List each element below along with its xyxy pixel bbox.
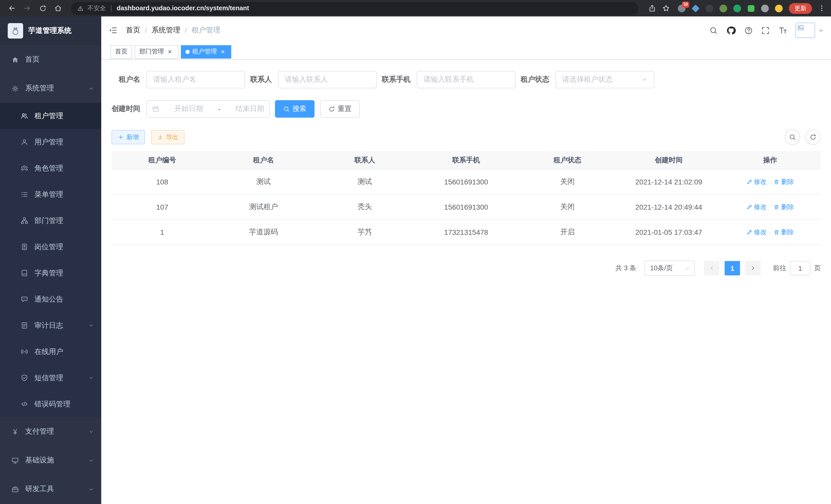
delete-label: 删除 <box>781 228 794 237</box>
reload-icon <box>39 4 47 12</box>
help-icon[interactable] <box>744 26 753 35</box>
extension-shape <box>775 4 783 12</box>
filter-phone: 联系手机 请输入联系手机 <box>382 71 515 88</box>
sidebar-toggle-button[interactable] <box>101 17 125 44</box>
extension-icon-6[interactable] <box>747 4 755 12</box>
sidebar-item-pay[interactable]: 支付管理 <box>0 417 101 446</box>
security-label[interactable]: 不安全 <box>87 4 106 12</box>
browser-reload-button[interactable] <box>36 2 49 15</box>
chevron-down-icon <box>88 323 94 328</box>
bookmark-star-icon[interactable] <box>662 4 670 12</box>
extensions-area: 10 <box>677 4 783 12</box>
sidebar-item-role[interactable]: 角色管理 <box>0 155 101 181</box>
delete-link[interactable]: 删除 <box>773 178 794 186</box>
breadcrumb-item-1[interactable]: 系统管理 <box>152 26 180 35</box>
user-avatar[interactable] <box>796 23 815 38</box>
select-caret-icon <box>641 77 648 83</box>
sidebar-item-user[interactable]: 用户管理 <box>0 129 101 155</box>
extension-icon-2[interactable] <box>691 4 700 12</box>
extension-icon-8[interactable] <box>774 4 783 12</box>
prev-page-button[interactable] <box>704 261 719 275</box>
status-select[interactable]: 请选择租户状态 <box>555 71 654 88</box>
sidebar-item-dept[interactable]: 部门管理 <box>0 208 101 234</box>
github-icon[interactable] <box>726 25 736 35</box>
breadcrumb-item-2: 租户管理 <box>192 26 221 35</box>
add-button[interactable]: 新增 <box>112 130 145 144</box>
phone-input[interactable]: 请输入联系手机 <box>417 71 515 88</box>
edit-link[interactable]: 修改 <box>746 228 767 237</box>
sidebar-item-label: 错误码管理 <box>34 399 70 409</box>
refresh-table-button[interactable] <box>805 129 821 145</box>
extension-icon-7[interactable] <box>761 4 769 12</box>
sidebar-item-home[interactable]: 首页 <box>0 45 101 74</box>
share-icon[interactable] <box>648 4 656 12</box>
browser-home-button[interactable] <box>51 2 65 15</box>
browser-toolbar: 不安全 dashboard.yudao.iocoder.cn/system/te… <box>0 0 831 17</box>
page-number-1[interactable]: 1 <box>725 261 740 275</box>
extension-icon-5[interactable] <box>733 4 742 12</box>
cell-phone: 17321315478 <box>416 220 517 244</box>
delete-link[interactable]: 删除 <box>773 228 794 237</box>
browser-forward-button[interactable] <box>21 2 34 15</box>
sidebar-item-error-code[interactable]: 错误码管理 <box>0 391 101 417</box>
search-button[interactable]: 搜索 <box>275 100 315 118</box>
sidebar-item-dev-tool[interactable]: 研发工具 <box>0 475 101 503</box>
sidebar-item-sms[interactable]: 短信管理 <box>0 365 101 391</box>
app-logo[interactable]: 芋道管理系统 <box>0 17 101 45</box>
contact-input[interactable]: 请输入联系人 <box>278 71 377 88</box>
sidebar-item-online-user[interactable]: 在线用户 <box>0 338 101 365</box>
chevron-right-icon <box>750 265 756 271</box>
reset-button[interactable]: 重置 <box>320 100 360 118</box>
export-button-label: 导出 <box>166 133 178 142</box>
sidebar-item-system[interactable]: 系统管理 <box>0 74 101 103</box>
browser-menu-icon[interactable] <box>818 4 826 12</box>
sidebar-item-dict[interactable]: 字典管理 <box>0 260 101 286</box>
tab-label: 租户管理 <box>192 47 217 56</box>
row-actions: 修改删除 <box>719 170 821 194</box>
tab-tenant[interactable]: 租户管理× <box>181 45 231 58</box>
forward-icon <box>23 4 31 12</box>
sidebar-item-post[interactable]: 岗位管理 <box>0 234 101 260</box>
contact-placeholder: 请输入联系人 <box>285 75 328 84</box>
sidebar-item-tenant[interactable]: 租户管理 <box>0 103 101 129</box>
tab-close-icon[interactable]: × <box>219 48 227 56</box>
tab-dept[interactable]: 部门管理× <box>135 45 178 58</box>
fullscreen-icon[interactable] <box>761 26 770 35</box>
breadcrumb-item-0[interactable]: 首页 <box>126 26 140 35</box>
user-menu-caret-icon[interactable] <box>818 28 824 33</box>
sidebar-item-notice[interactable]: 通知公告 <box>0 286 101 313</box>
browser-update-button[interactable]: 更新 <box>789 3 812 13</box>
extension-icon-4[interactable] <box>719 4 728 12</box>
tab-close-icon[interactable]: × <box>166 48 174 56</box>
search-button-icon <box>283 106 290 112</box>
sidebar-menu: 首页系统管理租户管理用户管理角色管理菜单管理部门管理岗位管理字典管理通知公告审计… <box>0 45 101 503</box>
url-text[interactable]: dashboard.yudao.iocoder.cn/system/tenant <box>117 5 249 12</box>
sidebar-item-audit-log[interactable]: 审计日志 <box>0 313 101 338</box>
extension-icon-3[interactable] <box>705 4 714 12</box>
pagination: 共 3 条 10条/页 1 前往 1 页 <box>112 261 821 276</box>
pay-icon <box>11 428 19 436</box>
next-page-button[interactable] <box>745 261 761 275</box>
filter-contact: 联系人 请输入联系人 <box>250 71 377 88</box>
search-button-label: 搜索 <box>292 104 306 114</box>
address-bar[interactable]: 不安全 dashboard.yudao.iocoder.cn/system/te… <box>71 2 638 14</box>
header-search-icon[interactable] <box>709 26 718 35</box>
toggle-search-button[interactable] <box>785 129 800 145</box>
sidebar-item-infra[interactable]: 基础设施 <box>0 446 101 475</box>
tenant-name-input[interactable]: 请输入租户名 <box>146 71 245 88</box>
export-button[interactable]: 导出 <box>151 130 184 144</box>
sidebar-item-menu[interactable]: 菜单管理 <box>0 181 101 208</box>
tab-home[interactable]: 首页 <box>111 45 132 58</box>
edit-link[interactable]: 修改 <box>746 203 767 211</box>
phone-placeholder: 请输入联系手机 <box>424 75 474 84</box>
edit-link[interactable]: 修改 <box>746 178 767 186</box>
goto-page-input[interactable]: 1 <box>790 261 810 275</box>
breadcrumb-separator: / <box>145 26 147 34</box>
page-size-select[interactable]: 10条/页 <box>644 261 695 276</box>
delete-link[interactable]: 删除 <box>773 203 794 211</box>
filter-create-time: 创建时间 开始日期 - 结束日期 <box>112 100 270 118</box>
date-range-input[interactable]: 开始日期 - 结束日期 <box>146 100 270 118</box>
extension-icon-1[interactable]: 10 <box>677 4 686 12</box>
browser-back-button[interactable] <box>5 2 19 15</box>
font-size-icon[interactable] <box>778 26 787 35</box>
